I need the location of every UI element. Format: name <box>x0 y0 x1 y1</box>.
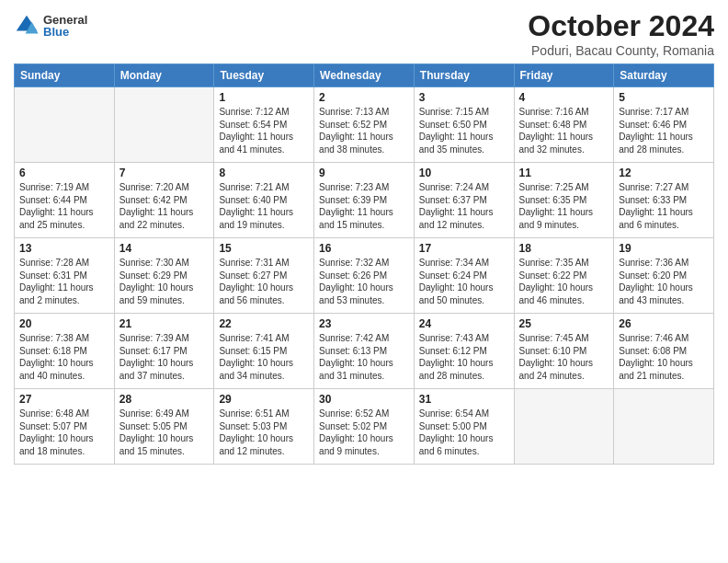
logo: General Blue <box>14 13 87 39</box>
calendar-cell: 31Sunrise: 6:54 AMSunset: 5:00 PMDayligh… <box>414 389 514 465</box>
day-info: Sunrise: 7:45 AMSunset: 6:10 PMDaylight:… <box>519 332 609 382</box>
calendar-cell: 19Sunrise: 7:36 AMSunset: 6:20 PMDayligh… <box>614 238 714 314</box>
calendar-day-header: Tuesday <box>214 64 314 87</box>
calendar-week-row: 6Sunrise: 7:19 AMSunset: 6:44 PMDaylight… <box>15 163 714 238</box>
day-number: 21 <box>119 317 210 330</box>
day-info: Sunrise: 7:25 AMSunset: 6:35 PMDaylight:… <box>519 181 609 231</box>
day-info: Sunrise: 7:34 AMSunset: 6:24 PMDaylight:… <box>419 257 509 306</box>
day-info: Sunrise: 6:51 AMSunset: 5:03 PMDaylight:… <box>219 408 309 457</box>
calendar-header-row: SundayMondayTuesdayWednesdayThursdayFrid… <box>15 64 714 87</box>
calendar-cell: 25Sunrise: 7:45 AMSunset: 6:10 PMDayligh… <box>514 314 614 389</box>
day-number: 1 <box>219 91 309 104</box>
calendar-cell: 24Sunrise: 7:43 AMSunset: 6:12 PMDayligh… <box>414 314 514 389</box>
day-number: 31 <box>419 393 509 406</box>
day-info: Sunrise: 7:41 AMSunset: 6:15 PMDaylight:… <box>219 332 309 382</box>
day-number: 19 <box>619 242 709 255</box>
calendar-cell: 6Sunrise: 7:19 AMSunset: 6:44 PMDaylight… <box>15 163 115 238</box>
day-number: 2 <box>319 91 409 104</box>
day-number: 12 <box>619 167 709 179</box>
calendar-cell: 14Sunrise: 7:30 AMSunset: 6:29 PMDayligh… <box>114 238 214 314</box>
day-info: Sunrise: 7:38 AMSunset: 6:18 PMDaylight:… <box>19 332 109 382</box>
calendar-day-header: Monday <box>114 64 214 87</box>
day-info: Sunrise: 7:17 AMSunset: 6:46 PMDaylight:… <box>619 106 709 155</box>
day-number: 11 <box>519 167 609 179</box>
calendar-cell: 20Sunrise: 7:38 AMSunset: 6:18 PMDayligh… <box>15 314 115 389</box>
day-number: 6 <box>19 167 109 179</box>
calendar-cell <box>514 389 614 465</box>
calendar-cell: 17Sunrise: 7:34 AMSunset: 6:24 PMDayligh… <box>414 238 514 314</box>
calendar-table: SundayMondayTuesdayWednesdayThursdayFrid… <box>14 63 714 465</box>
day-info: Sunrise: 7:35 AMSunset: 6:22 PMDaylight:… <box>519 257 609 306</box>
day-number: 10 <box>419 167 509 179</box>
calendar-week-row: 20Sunrise: 7:38 AMSunset: 6:18 PMDayligh… <box>15 314 714 389</box>
calendar-day-header: Friday <box>514 64 614 87</box>
calendar-cell <box>614 389 714 465</box>
calendar-cell: 4Sunrise: 7:16 AMSunset: 6:48 PMDaylight… <box>514 87 614 163</box>
calendar-cell: 16Sunrise: 7:32 AMSunset: 6:26 PMDayligh… <box>314 238 415 314</box>
calendar-cell: 10Sunrise: 7:24 AMSunset: 6:37 PMDayligh… <box>414 163 514 238</box>
day-info: Sunrise: 7:32 AMSunset: 6:26 PMDaylight:… <box>319 257 409 306</box>
day-number: 25 <box>519 317 609 330</box>
day-number: 27 <box>19 393 109 406</box>
calendar-cell: 5Sunrise: 7:17 AMSunset: 6:46 PMDaylight… <box>614 87 714 163</box>
calendar-cell: 27Sunrise: 6:48 AMSunset: 5:07 PMDayligh… <box>15 389 115 465</box>
day-number: 4 <box>519 91 609 104</box>
calendar-cell: 28Sunrise: 6:49 AMSunset: 5:05 PMDayligh… <box>114 389 214 465</box>
day-number: 3 <box>419 91 509 104</box>
calendar-cell: 8Sunrise: 7:21 AMSunset: 6:40 PMDaylight… <box>214 163 314 238</box>
calendar-cell: 2Sunrise: 7:13 AMSunset: 6:52 PMDaylight… <box>314 87 415 163</box>
day-info: Sunrise: 7:43 AMSunset: 6:12 PMDaylight:… <box>419 332 509 382</box>
day-info: Sunrise: 7:13 AMSunset: 6:52 PMDaylight:… <box>319 106 409 155</box>
day-info: Sunrise: 7:23 AMSunset: 6:39 PMDaylight:… <box>319 181 409 231</box>
calendar-day-header: Sunday <box>15 64 115 87</box>
day-info: Sunrise: 7:19 AMSunset: 6:44 PMDaylight:… <box>19 181 109 231</box>
logo-blue: Blue <box>43 26 87 38</box>
day-number: 18 <box>519 242 609 255</box>
calendar-cell: 15Sunrise: 7:31 AMSunset: 6:27 PMDayligh… <box>214 238 314 314</box>
calendar-cell: 12Sunrise: 7:27 AMSunset: 6:33 PMDayligh… <box>614 163 714 238</box>
calendar-cell: 13Sunrise: 7:28 AMSunset: 6:31 PMDayligh… <box>15 238 115 314</box>
day-number: 24 <box>419 317 509 330</box>
calendar-cell <box>114 87 214 163</box>
day-info: Sunrise: 7:24 AMSunset: 6:37 PMDaylight:… <box>419 181 509 231</box>
day-number: 30 <box>319 393 409 406</box>
day-info: Sunrise: 6:52 AMSunset: 5:02 PMDaylight:… <box>319 408 409 457</box>
day-info: Sunrise: 7:12 AMSunset: 6:54 PMDaylight:… <box>219 106 309 155</box>
calendar-week-row: 13Sunrise: 7:28 AMSunset: 6:31 PMDayligh… <box>15 238 714 314</box>
calendar-cell: 30Sunrise: 6:52 AMSunset: 5:02 PMDayligh… <box>314 389 415 465</box>
day-number: 5 <box>619 91 709 104</box>
calendar-cell: 7Sunrise: 7:20 AMSunset: 6:42 PMDaylight… <box>114 163 214 238</box>
day-info: Sunrise: 7:39 AMSunset: 6:17 PMDaylight:… <box>119 332 210 382</box>
day-number: 7 <box>119 167 210 179</box>
day-info: Sunrise: 7:42 AMSunset: 6:13 PMDaylight:… <box>319 332 409 382</box>
calendar-cell: 26Sunrise: 7:46 AMSunset: 6:08 PMDayligh… <box>614 314 714 389</box>
page: General Blue October 2024 Poduri, Bacau … <box>0 0 728 563</box>
day-number: 16 <box>319 242 409 255</box>
logo-text: General Blue <box>43 14 87 38</box>
day-info: Sunrise: 7:15 AMSunset: 6:50 PMDaylight:… <box>419 106 509 155</box>
header: General Blue October 2024 Poduri, Bacau … <box>14 9 714 58</box>
calendar-cell: 3Sunrise: 7:15 AMSunset: 6:50 PMDaylight… <box>414 87 514 163</box>
calendar-cell: 23Sunrise: 7:42 AMSunset: 6:13 PMDayligh… <box>314 314 415 389</box>
calendar-cell <box>15 87 115 163</box>
day-number: 26 <box>619 317 709 330</box>
day-info: Sunrise: 7:28 AMSunset: 6:31 PMDaylight:… <box>19 257 109 306</box>
day-number: 9 <box>319 167 409 179</box>
calendar-cell: 21Sunrise: 7:39 AMSunset: 6:17 PMDayligh… <box>114 314 214 389</box>
subtitle: Poduri, Bacau County, Romania <box>528 43 714 58</box>
calendar-cell: 29Sunrise: 6:51 AMSunset: 5:03 PMDayligh… <box>214 389 314 465</box>
day-number: 22 <box>219 317 309 330</box>
calendar-week-row: 27Sunrise: 6:48 AMSunset: 5:07 PMDayligh… <box>15 389 714 465</box>
day-number: 14 <box>119 242 210 255</box>
day-info: Sunrise: 7:20 AMSunset: 6:42 PMDaylight:… <box>119 181 210 231</box>
calendar-cell: 18Sunrise: 7:35 AMSunset: 6:22 PMDayligh… <box>514 238 614 314</box>
day-number: 13 <box>19 242 109 255</box>
title-area: October 2024 Poduri, Bacau County, Roman… <box>528 9 714 58</box>
day-number: 17 <box>419 242 509 255</box>
day-info: Sunrise: 7:30 AMSunset: 6:29 PMDaylight:… <box>119 257 210 306</box>
day-info: Sunrise: 7:16 AMSunset: 6:48 PMDaylight:… <box>519 106 609 155</box>
day-info: Sunrise: 7:31 AMSunset: 6:27 PMDaylight:… <box>219 257 309 306</box>
day-number: 23 <box>319 317 409 330</box>
calendar-day-header: Thursday <box>414 64 514 87</box>
day-info: Sunrise: 7:46 AMSunset: 6:08 PMDaylight:… <box>619 332 709 382</box>
